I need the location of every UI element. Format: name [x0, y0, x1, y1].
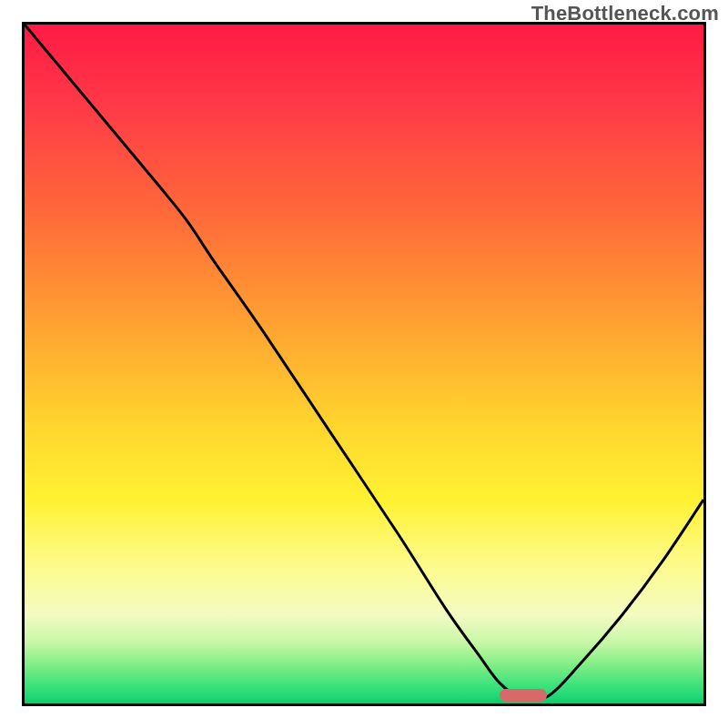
- highlight-marker: [500, 689, 547, 703]
- chart-frame: TheBottleneck.com: [0, 0, 728, 728]
- bottleneck-curve: [25, 25, 703, 700]
- curve-layer: [25, 25, 703, 703]
- plot-area: [22, 22, 706, 706]
